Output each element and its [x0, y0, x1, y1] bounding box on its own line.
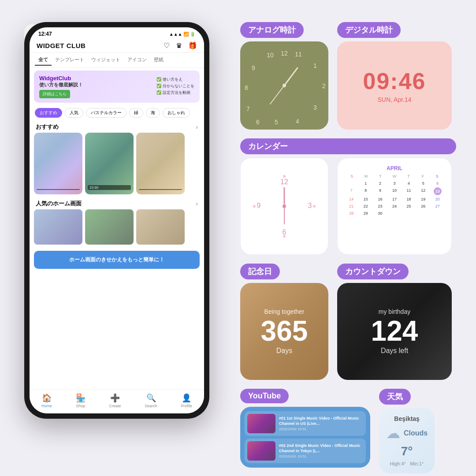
nav-create[interactable]: ➕ Create	[109, 393, 121, 408]
svg-line-12	[284, 68, 298, 86]
widgets-area: アナログ時計 12 1 2 3 4 5 6 7 8 9 10	[240, 22, 456, 473]
countdown-title: my birthday	[379, 308, 410, 315]
weather-icon-area: ☁ Clouds	[386, 425, 428, 442]
anniversary-label: 記念日	[240, 264, 280, 279]
thumb-time-1	[37, 189, 80, 190]
svg-text:9: 9	[257, 202, 261, 209]
analog-calendar-widget: 12 3 6 9	[240, 158, 328, 255]
filter-tag-sea[interactable]: 海	[146, 108, 160, 118]
status-time: 12:47	[38, 31, 52, 37]
countdown-subtitle: Days left	[381, 347, 408, 355]
youtube-date-1: 2023/10/02 19:51	[279, 427, 363, 431]
youtube-item-2[interactable]: #02 2nd Single Music Video - Official Mu…	[245, 439, 366, 463]
create-icon: ➕	[110, 393, 120, 403]
home-icon: 🏠	[42, 393, 52, 403]
digital-date: SUN, Apr.14	[377, 96, 411, 103]
svg-text:6: 6	[283, 228, 286, 236]
svg-line-13	[270, 86, 284, 104]
svg-text:2: 2	[322, 82, 326, 89]
svg-text:12: 12	[280, 178, 288, 186]
phone-mockup: 12:47 ▲▲▲ 📶 🔋 WIDGET CLUB ♡ ♛ 🎁 全て テンプレー…	[24, 22, 209, 445]
promo-text: 使い方を徹底解説！	[39, 82, 152, 88]
nav-shop-label: Shop	[76, 404, 85, 408]
nav-shop[interactable]: 🏪 Shop	[76, 393, 86, 408]
youtube-label: YouTube	[240, 389, 289, 403]
crown-icon[interactable]: ♛	[176, 41, 182, 50]
app-header: WIDGET CLUB ♡ ♛ 🎁	[30, 39, 204, 53]
calendar-grid-widget: APRIL SMTWTFS 1 2 3 4 5 6 7 8 9	[337, 158, 452, 255]
popular-thumb-2[interactable]	[85, 209, 134, 245]
filter-tag-popular[interactable]: 人気	[65, 108, 83, 118]
weather-label: 天気	[379, 389, 411, 405]
nav-search[interactable]: 🔍 Search	[145, 393, 157, 408]
widgets-row1: アナログ時計 12 1 2 3 4 5 6 7 8 9 10	[240, 22, 456, 130]
svg-text:3: 3	[313, 104, 317, 111]
analog-clock-widget: 12 1 2 3 4 5 6 7 8 9 10 11	[240, 41, 328, 130]
nav-search-label: Search	[145, 404, 157, 408]
filter-tag-recommended[interactable]: おすすめ	[35, 108, 62, 118]
nav-tab-wallpaper[interactable]: 壁紙	[150, 55, 167, 66]
analog-clock-label: アナログ時計	[240, 22, 304, 38]
svg-text:3: 3	[308, 202, 312, 209]
calendar-headers: SMTWTFS	[345, 174, 444, 178]
heart-icon[interactable]: ♡	[164, 41, 170, 50]
recommended-title: おすすめ	[36, 123, 59, 131]
countdown-number: 124	[371, 317, 418, 345]
thumb-time-3	[139, 189, 182, 190]
gift-icon[interactable]: 🎁	[188, 41, 197, 50]
youtube-thumb-1	[247, 414, 275, 433]
anniversary-unit: Days	[276, 347, 292, 355]
youtube-item-1[interactable]: #01 1st Single Music Video - Official Mu…	[245, 411, 366, 436]
bottom-cta[interactable]: ホーム画面のきせかえをもっと簡単に！	[34, 251, 200, 269]
widgets-row2: 12 3 6 9	[240, 158, 456, 255]
search-icon: 🔍	[146, 393, 156, 403]
nav-home[interactable]: 🏠 Home	[41, 393, 52, 408]
thumbnail-2[interactable]: 23:30	[85, 133, 134, 194]
recommended-arrow[interactable]: ›	[196, 123, 198, 130]
nav-tab-template[interactable]: テンプレート	[52, 55, 88, 66]
thumbnail-3[interactable]	[136, 133, 185, 194]
weather-range: High:4° Min:1°	[390, 461, 424, 466]
nav-tab-all[interactable]: 全て	[35, 55, 52, 66]
weather-city: Beşiktaş	[394, 415, 420, 422]
cloud-icon: ☁	[386, 425, 400, 442]
svg-point-17	[253, 205, 256, 208]
digital-clock-label: デジタル時計	[337, 22, 401, 38]
filter-tag-stylish[interactable]: おしゃれ	[163, 108, 190, 118]
promo-button[interactable]: 詳細はこちら	[39, 90, 70, 98]
weather-low: Min:1°	[410, 461, 424, 466]
svg-point-18	[313, 205, 316, 208]
shop-icon: 🏪	[76, 393, 86, 403]
digital-clock-section: デジタル時計 09:46 SUN, Apr.14	[337, 22, 452, 130]
today-marker: 13	[434, 187, 442, 195]
thumbnails-row: 23:30	[30, 133, 204, 198]
popular-thumb-3[interactable]	[136, 209, 185, 245]
calendar-month: APRIL	[345, 165, 444, 171]
svg-text:1: 1	[313, 62, 317, 69]
filter-tags: おすすめ 人気 パステルカラー 緑 海 おしゃれ	[30, 105, 204, 120]
thumbnail-1[interactable]	[34, 133, 82, 194]
phone-nav-bar: 🏠 Home 🏪 Shop ➕ Create 🔍 Search	[30, 389, 204, 413]
promo-right: ✅ 使い方をえ ✅ 分からないことを ✅ 設定方法を動画	[156, 77, 194, 97]
header-icons: ♡ ♛ 🎁	[164, 41, 197, 50]
popular-title: 人気のホーム画面	[36, 200, 82, 208]
nav-profile[interactable]: 👤 Profile	[181, 393, 193, 408]
status-icons: ▲▲▲ 📶 🔋	[169, 32, 195, 37]
weather-widget: Beşiktaş ☁ Clouds 7° High:4° Min:1°	[379, 408, 435, 473]
anniversary-number: 365	[261, 317, 308, 345]
nav-tab-icon[interactable]: アイコン	[124, 55, 150, 66]
status-bar: 12:47 ▲▲▲ 📶 🔋	[30, 27, 204, 39]
widgets-row3: 記念日 Being together 365 Days カウントダウン my b…	[240, 264, 456, 380]
svg-text:12: 12	[281, 50, 288, 57]
nav-create-label: Create	[109, 404, 121, 408]
filter-tag-pastel[interactable]: パステルカラー	[86, 108, 126, 118]
youtube-title-1: #01 1st Single Music Video - Official Mu…	[279, 416, 363, 426]
nav-tab-widget[interactable]: ウィジェット	[88, 55, 124, 66]
svg-text:5: 5	[275, 119, 278, 126]
weather-condition: Clouds	[404, 429, 428, 437]
recommended-section-header: おすすめ ›	[30, 120, 204, 133]
popular-arrow[interactable]: ›	[196, 200, 198, 207]
popular-thumb-1[interactable]	[34, 209, 82, 245]
nav-tabs: 全て テンプレート ウィジェット アイコン 壁紙	[30, 53, 204, 68]
filter-tag-green[interactable]: 緑	[129, 108, 143, 118]
